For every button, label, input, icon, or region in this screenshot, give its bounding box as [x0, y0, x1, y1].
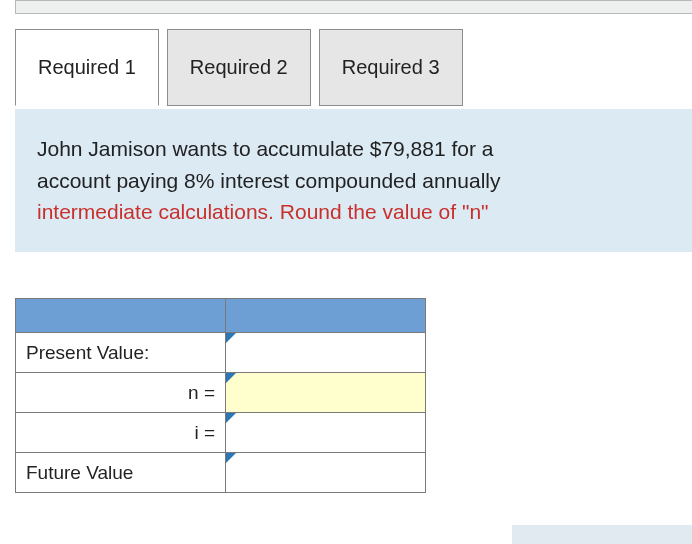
table-header-left: [16, 299, 226, 333]
i-cell[interactable]: [226, 413, 426, 453]
top-bar: [15, 0, 692, 14]
i-label: i =: [16, 413, 226, 453]
cell-flag-icon: [226, 453, 236, 463]
prompt-line-2: account paying 8% interest compounded an…: [37, 169, 500, 192]
bottom-button[interactable]: [512, 525, 692, 544]
i-input[interactable]: [226, 413, 425, 452]
present-value-cell[interactable]: [226, 333, 426, 373]
cell-flag-icon: [226, 333, 236, 343]
cell-flag-icon: [226, 413, 236, 423]
tab-required-1[interactable]: Required 1: [15, 29, 159, 106]
present-value-input[interactable]: [226, 333, 425, 372]
present-value-label: Present Value:: [16, 333, 226, 373]
future-value-label: Future Value: [16, 453, 226, 493]
tab-required-2[interactable]: Required 2: [167, 29, 311, 106]
prompt-line-3: intermediate calculations. Round the val…: [37, 200, 489, 223]
n-label: n =: [16, 373, 226, 413]
prompt-line-1: John Jamison wants to accumulate $79,881…: [37, 137, 493, 160]
table-header-right: [226, 299, 426, 333]
n-input[interactable]: [226, 373, 425, 412]
n-cell[interactable]: [226, 373, 426, 413]
future-value-cell[interactable]: [226, 453, 426, 493]
answer-table: Present Value: n = i = Future Value: [15, 298, 426, 493]
tab-required-3[interactable]: Required 3: [319, 29, 463, 106]
tab-strip: Required 1 Required 2 Required 3: [15, 29, 463, 106]
question-prompt: John Jamison wants to accumulate $79,881…: [15, 109, 692, 252]
future-value-input[interactable]: [226, 453, 425, 492]
cell-flag-icon: [226, 373, 236, 383]
